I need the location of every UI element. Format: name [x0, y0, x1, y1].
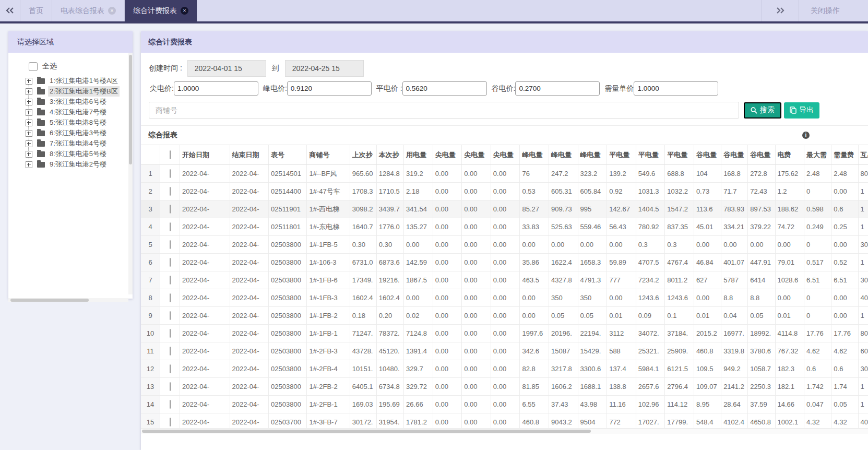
table-cell: 460.8 — [694, 342, 721, 360]
tree-item[interactable]: 9:张江集电港2号楼 — [8, 159, 133, 170]
table-cell: 0.047 — [804, 396, 831, 413]
column-header: 平电量 — [607, 145, 636, 165]
row-checkbox[interactable] — [170, 187, 171, 196]
expand-plus-icon[interactable] — [26, 151, 32, 158]
table-row: 22022-04-2022-04-025144001#-47号车1708.317… — [141, 183, 868, 200]
row-checkbox[interactable] — [170, 205, 171, 214]
table-cell: 767.32 — [775, 342, 804, 360]
date-from-input[interactable]: 2022-04-01 15 — [187, 60, 266, 77]
tree-item[interactable]: 2:张江集电港1号楼B区 — [8, 86, 133, 97]
table-cell: 3112 — [607, 325, 636, 342]
row-checkbox[interactable] — [170, 347, 171, 356]
folder-icon — [37, 110, 45, 115]
row-checkbox[interactable] — [170, 400, 171, 409]
flat-price-input[interactable] — [402, 81, 487, 96]
table-cell: 1243.6 — [636, 289, 665, 307]
table-cell: 02503800 — [269, 236, 307, 254]
scrollbar-thumb[interactable] — [129, 55, 132, 164]
select-all-rows-checkbox[interactable] — [170, 150, 171, 159]
row-checkbox[interactable] — [170, 169, 171, 178]
table-cell: 1284.8 — [376, 165, 403, 183]
tree-item[interactable]: 7:张江集电港4号楼 — [8, 138, 133, 149]
row-checkbox[interactable] — [170, 258, 171, 267]
folder-icon — [37, 141, 45, 147]
column-header: 最大需 — [804, 145, 831, 165]
table-cell: 1#-1FB-1 — [307, 325, 350, 342]
row-checkbox[interactable] — [170, 382, 171, 391]
tree-item[interactable]: 1:张江集电港1号楼A区 — [8, 76, 133, 86]
filter-area: 创建时间 : 2022-04-01 15 到 2022-04-25 15 尖电价… — [141, 53, 868, 119]
table-cell: 0.00 — [462, 396, 491, 413]
search-button[interactable]: 搜索 — [744, 102, 781, 119]
peak-price-input[interactable] — [287, 81, 372, 96]
table-cell: 2022-04- — [180, 413, 230, 429]
sidebar-vertical-scrollbar[interactable] — [128, 53, 133, 294]
row-number-cell: 6 — [141, 254, 160, 271]
select-all-checkbox[interactable] — [29, 62, 38, 71]
expand-plus-icon[interactable] — [26, 161, 32, 168]
row-number-cell: 1 — [141, 165, 160, 183]
shop-number-input[interactable] — [149, 102, 739, 119]
valley-price-input[interactable] — [515, 81, 600, 96]
close-tab-icon[interactable]: × — [108, 7, 116, 15]
date-to-input[interactable]: 2022-04-25 15 — [285, 60, 364, 77]
close-operations-menu[interactable]: 关闭操作 — [799, 0, 868, 21]
row-checkbox[interactable] — [170, 276, 171, 285]
expand-plus-icon[interactable] — [26, 88, 32, 95]
table-cell: 1#-2FB-4 — [307, 360, 350, 378]
tree-item[interactable]: 8:张江集电港5号楼 — [8, 149, 133, 159]
expand-plus-icon[interactable] — [26, 109, 32, 116]
table-cell: 0.00 — [549, 236, 578, 254]
export-button[interactable]: 导出 — [784, 102, 819, 119]
row-checkbox[interactable] — [170, 222, 171, 231]
table-cell: 1404.5 — [636, 200, 665, 218]
scrollbar-thumb[interactable] — [142, 430, 591, 433]
scrollbar-thumb[interactable] — [10, 299, 89, 302]
row-checkbox[interactable] — [170, 329, 171, 338]
table-cell: 2022-04- — [180, 218, 230, 236]
demand-price-input[interactable] — [634, 81, 718, 96]
sharp-price-input[interactable] — [174, 81, 258, 96]
table-cell: 1391.4 — [404, 342, 433, 360]
tree-item[interactable]: 5:张江集电港8号楼 — [8, 117, 133, 128]
table-cell: 0.00 — [433, 289, 462, 307]
column-header: 需量费 — [831, 145, 858, 165]
info-icon[interactable]: i — [802, 132, 810, 139]
expand-plus-icon[interactable] — [26, 140, 32, 147]
tree-item[interactable]: 3:张江集电港6号楼 — [8, 97, 133, 107]
select-all-row[interactable]: 全选 — [29, 62, 133, 71]
row-checkbox[interactable] — [170, 240, 171, 249]
tab-home[interactable]: 首页 — [20, 0, 52, 21]
expand-plus-icon[interactable] — [26, 120, 32, 126]
expand-plus-icon[interactable] — [26, 78, 32, 85]
table-cell: 188.62 — [775, 200, 804, 218]
expand-plus-icon[interactable] — [26, 99, 32, 105]
tree-item[interactable]: 6:张江集电港3号楼 — [8, 128, 133, 138]
table-cell: 1 — [858, 183, 868, 200]
row-checkbox[interactable] — [170, 364, 171, 373]
expand-plus-icon[interactable] — [26, 130, 32, 137]
tree-item[interactable]: 4:张江集电港7号楼 — [8, 107, 133, 117]
table-cell: 22194. — [578, 325, 607, 342]
row-number-cell: 10 — [141, 325, 160, 342]
row-number-cell: 12 — [141, 360, 160, 378]
scroll-tabs-right-button[interactable] — [762, 6, 799, 16]
sidebar-horizontal-scrollbar[interactable] — [8, 298, 128, 302]
table-cell: 3780.6 — [748, 342, 775, 360]
table-cell: 02503800 — [269, 378, 307, 396]
table-cell: 0.00 — [491, 378, 520, 396]
table-cell: 0.00 — [462, 200, 491, 218]
table-horizontal-scrollbar[interactable] — [141, 428, 868, 434]
tab-meter-report[interactable]: 电表综合报表 × — [52, 0, 125, 21]
tab-billing-report[interactable]: 综合计费报表 × — [125, 0, 197, 21]
close-tab-icon[interactable]: × — [181, 7, 188, 15]
row-checkbox[interactable] — [170, 418, 171, 427]
table-cell: 3300.6 — [578, 360, 607, 378]
column-header: 本次抄 — [376, 145, 403, 165]
scroll-tabs-left-button[interactable] — [0, 0, 20, 21]
table-row: 12022-04-2022-04-025145011#--BF风965.6012… — [141, 165, 868, 183]
row-checkbox[interactable] — [170, 311, 171, 320]
table-cell: 1#-1FB-6 — [307, 271, 350, 289]
row-checkbox[interactable] — [170, 293, 171, 302]
table-row: 32022-04-2022-04-025119011#-西电梯3098.2343… — [141, 200, 868, 218]
